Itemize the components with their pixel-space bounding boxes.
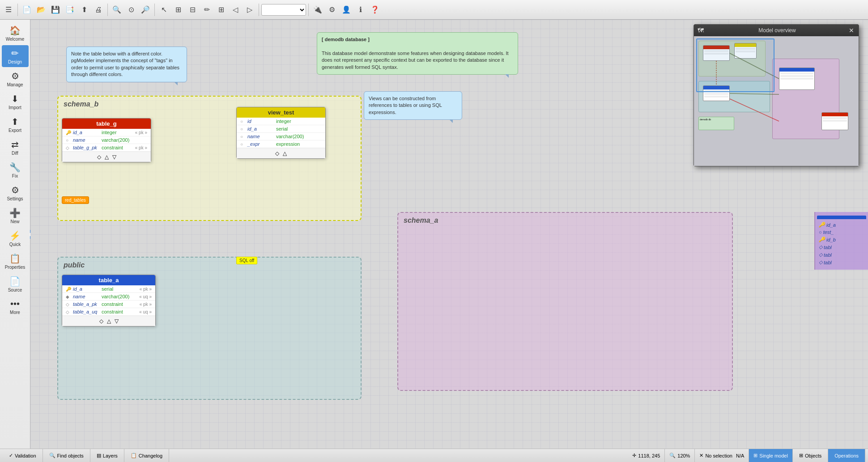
export-icon: ⬆ (11, 116, 19, 127)
new-button[interactable]: 📄 (20, 3, 34, 17)
canvas-area[interactable]: table_g_copies_table_a rel_view_test_tab… (30, 20, 868, 449)
model-mode-label: Single model (759, 453, 788, 458)
tab-find-objects[interactable]: 🔍 Find objects (43, 449, 90, 462)
right-field-3: 🔑id_b (817, 236, 866, 243)
right-field-6: ◇tabl (817, 259, 866, 266)
sidebar-label-new: New (10, 219, 19, 224)
tab-validation[interactable]: ✓ Validation (3, 449, 43, 462)
model-overview-content[interactable]: demodb db (694, 36, 859, 166)
coords-icon: ✛ (632, 453, 636, 458)
right-field-2: ○test_ (817, 229, 866, 236)
field-icon: ○ (66, 138, 71, 143)
na-label: N/A (736, 453, 744, 458)
sidebar-item-diff[interactable]: ⇄ Diff (2, 136, 29, 158)
selection-icon: ✕ (699, 453, 703, 458)
model-overview-close-button[interactable]: ✕ (848, 27, 855, 34)
sidebar-item-welcome[interactable]: 🏠 Welcome (2, 22, 29, 44)
toolbar-sep-4 (259, 4, 259, 16)
sidebar-item-quick[interactable]: ⚡ Quick (2, 228, 29, 250)
db-combo[interactable]: demodb (261, 4, 306, 16)
sidebar-item-more[interactable]: ••• More (2, 296, 29, 318)
constraint-icon: ◇ (66, 145, 71, 150)
sidebar-label-import: Import (9, 105, 21, 110)
toolbar-sep-2 (107, 4, 108, 16)
draw-button[interactable]: ✏ (200, 3, 213, 17)
tab-objects-label: Objects (805, 453, 821, 458)
status-bar: ✓ Validation 🔍 Find objects ▤ Layers 📋 C… (0, 449, 868, 462)
table-g-header: table_g (62, 119, 151, 129)
tab-operations[interactable]: Operations (828, 449, 865, 462)
svg-line-14 (730, 99, 779, 121)
sidebar-item-properties[interactable]: 📋 Properties (2, 250, 29, 272)
selection-info: ✕ No selection N/A (695, 449, 749, 462)
pk-icon: 🔑 (66, 130, 71, 135)
tab-objects[interactable]: ⊞ Objects (793, 449, 828, 462)
constraint-icon: ◇ (66, 309, 71, 314)
sidebar-label-export: Export (9, 128, 21, 133)
view-test[interactable]: view_test ○ id integer ○ id_a serial ○ n… (236, 107, 326, 159)
manage-icon: ⚙ (11, 71, 19, 81)
red-tables-badge: red_tables (62, 196, 89, 204)
save-button[interactable]: 💾 (49, 3, 62, 17)
table-g[interactable]: table_g 🔑 id_a integer « pk » ○ name var… (62, 118, 151, 162)
right-panel-partial: 🔑id_a ○test_ 🔑id_b ◇tabl ◇tabl ◇tabl (814, 212, 868, 270)
tab-validation-label: Validation (15, 453, 36, 458)
table-row: ○ name varchar(200) (237, 133, 325, 140)
db-help-button[interactable]: ❓ (368, 3, 382, 17)
zoom-out-button[interactable]: 🔍 (110, 3, 123, 17)
field-icon: ○ (240, 119, 246, 124)
schema-a-label: schema_a (404, 216, 438, 225)
select-button[interactable]: ↖ (157, 3, 170, 17)
changelog-icon: 📋 (131, 453, 137, 458)
sidebar-label-properties: Properties (5, 265, 26, 270)
zoom-100-button[interactable]: ⊙ (124, 3, 138, 17)
menu-button[interactable]: ☰ (2, 3, 15, 17)
right-field-4: ◇tabl (817, 243, 866, 251)
toolbar-sep-5 (308, 4, 309, 16)
db-manage-button[interactable]: ⚙ (325, 3, 339, 17)
zoom-info: 🔍 120% (665, 449, 695, 462)
db-info-button[interactable]: ℹ (354, 3, 367, 17)
sidebar-item-settings[interactable]: ⚙ Settings (2, 182, 29, 204)
db-users-button[interactable]: 👤 (340, 3, 353, 17)
sidebar-label-source: Source (8, 288, 22, 292)
schema-a-region: schema_a (397, 212, 733, 391)
sidebar-item-new[interactable]: ➕ New (2, 205, 29, 227)
field-icon: ○ (240, 127, 246, 131)
sidebar-label-more: More (10, 310, 20, 315)
properties-icon: 📋 (9, 253, 21, 264)
grid2-button[interactable]: ⊟ (186, 3, 199, 17)
table-g-footer: ◇△▽ (62, 152, 151, 162)
sidebar-item-manage[interactable]: ⚙ Manage (2, 68, 29, 90)
grid-button[interactable]: ⊞ (171, 3, 185, 17)
sidebar-item-source[interactable]: 📄 Source (2, 273, 29, 295)
db-connect-button[interactable]: 🔌 (311, 3, 324, 17)
table-row: 🔑 id_a integer « pk » (62, 129, 151, 136)
source-icon: 📄 (9, 276, 21, 287)
validation-icon: ✓ (9, 453, 13, 458)
schema-b-label: schema_b (64, 100, 98, 108)
nav2-button[interactable]: ▷ (243, 3, 256, 17)
table-a[interactable]: table_a 🔑 id_a serial « pk » ◆ name varc… (62, 275, 156, 326)
open-button[interactable]: 📂 (34, 3, 48, 17)
zoom-in-button[interactable]: 🔎 (139, 3, 152, 17)
toolbar-sep-3 (154, 4, 155, 16)
nav1-button[interactable]: ◁ (229, 3, 242, 17)
save-as-button[interactable]: 📑 (63, 3, 77, 17)
model-overview-title: Model overview (758, 27, 796, 34)
sidebar-item-design[interactable]: ✏ Design (2, 45, 29, 67)
sidebar-item-import[interactable]: ⬇ Import (2, 91, 29, 113)
model-overview-header: 🗺 Model overview ✕ (694, 25, 859, 36)
sidebar-item-export[interactable]: ⬆ Export (2, 114, 29, 136)
table-row: ○ name varchar(200) (62, 136, 151, 144)
snap-button[interactable]: ⊞ (214, 3, 228, 17)
export-button[interactable]: ⬆ (77, 3, 91, 17)
print-button[interactable]: 🖨 (92, 3, 105, 17)
sidebar-item-fix[interactable]: 🔧 Fix (2, 159, 29, 181)
tab-layers[interactable]: ▤ Layers (90, 449, 124, 462)
annotation-1: Note the table below with a different co… (66, 47, 187, 82)
sidebar-label-diff: Diff (12, 151, 18, 156)
tab-changelog[interactable]: 📋 Changelog (124, 449, 169, 462)
model-mode-info: ⊞ Single model (749, 449, 793, 462)
schema-public-label: public (64, 261, 85, 269)
